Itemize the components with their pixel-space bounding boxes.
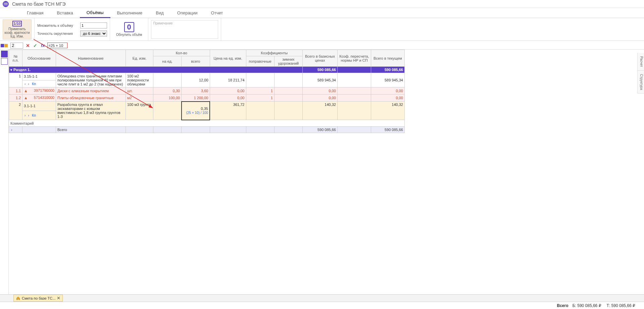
chevron-right-icon[interactable]: › (24, 82, 26, 86)
title-bar: Смета по базе ТСН МГЭ (0, 0, 644, 8)
tab-structure[interactable]: Структура (638, 71, 644, 94)
header-price[interactable]: Цена на ед. изм. (210, 50, 246, 67)
ribbon: 1/10 Применить коэф. кратности Ед. Изм. … (0, 18, 644, 41)
chevron-right-icon[interactable]: › (27, 114, 30, 117)
multiplier-label: Множитель к объёму (37, 23, 78, 27)
status-bar: Всего Б: 590 085,66 ₽ Т: 590 085,66 ₽ (0, 302, 644, 309)
app-icon (3, 1, 9, 7)
svg-rect-0 (4, 3, 8, 5)
multiplier-input[interactable] (80, 22, 107, 28)
view-icon-1[interactable] (1, 51, 8, 57)
menu-bar: Главная Вставка Объёмы Выполнение Вид Оп… (0, 8, 644, 18)
menu-insert[interactable]: Вставка (50, 8, 80, 17)
header-num[interactable]: № п.п. (9, 50, 22, 67)
header-unit[interactable]: Ед. изм. (126, 50, 153, 67)
header-qty-group[interactable]: Кол-во (153, 50, 210, 56)
fx-icon[interactable]: fx (41, 43, 45, 48)
left-icon-strip (0, 50, 9, 295)
warning-icon: ▲ (24, 88, 28, 93)
section-row[interactable]: ▾Раздел 1. 590 085,66 590 085,66 (9, 67, 405, 73)
note-field[interactable]: Примечание (151, 20, 218, 39)
fraction-icon: 1/10 (12, 21, 22, 26)
grid[interactable]: № п.п. Обоснование Наименование Ед. изм.… (9, 50, 644, 295)
chevron-down-icon[interactable]: ▾ (10, 68, 12, 72)
apply-coef-button[interactable]: 1/10 Применить коэф. кратности Ед. Изм. (3, 19, 32, 40)
menu-operations[interactable]: Операции (170, 8, 204, 17)
close-icon[interactable]: ✕ (57, 296, 60, 301)
header-qty-total[interactable]: всего (182, 56, 210, 67)
zero-label: Обнулить объём (116, 33, 142, 37)
tab-calculation[interactable]: Расчет (638, 53, 644, 71)
confirm-icon[interactable]: ✓ (32, 43, 38, 48)
layout-icon-2[interactable] (4, 44, 8, 47)
document-tab[interactable]: Смета по базе ТС... ✕ (13, 295, 63, 302)
chevron-right-icon[interactable]: › (24, 114, 26, 117)
cancel-icon[interactable]: ✕ (25, 43, 31, 48)
table-row-selected[interactable]: 2 3.1-1-1 Разработка грунта в отвал экск… (9, 102, 405, 111)
header-qty-unit[interactable]: на ед. (153, 56, 182, 67)
menu-report[interactable]: Отчет (204, 8, 230, 17)
total-row[interactable]: › Всего 590 085,66 590 085,66 (9, 126, 405, 133)
comment-row[interactable]: Комментарий (9, 120, 405, 127)
menu-main[interactable]: Главная (20, 8, 50, 17)
view-icon-2[interactable] (1, 58, 8, 65)
document-tabs: Смета по базе ТС... ✕ (0, 294, 644, 302)
header-coef-corr[interactable]: поправочные (246, 56, 274, 67)
status-base-value: Б: 590 085,66 ₽ (573, 303, 601, 308)
apply-coef-label: Применить коэф. кратности Ед. Изм. (4, 27, 30, 38)
header-coef-group[interactable]: Коэффициенты (246, 50, 303, 56)
zero-icon: 0 (124, 22, 134, 32)
app-title: Смета по базе ТСН МГЭ (12, 1, 65, 7)
header-base[interactable]: Всего в базисных ценах (303, 50, 338, 67)
rounding-select[interactable]: до 6 знаков (80, 30, 107, 37)
right-tabs: Расчет Структура (637, 53, 644, 94)
formula-bar: ✕ ✓ fx (0, 42, 644, 50)
chevron-right-icon[interactable]: › (10, 128, 13, 132)
chevron-right-icon[interactable]: › (27, 82, 30, 86)
layout-icon-1[interactable] (1, 44, 4, 47)
zero-volume-button[interactable]: 0 Обнулить объём (113, 21, 145, 37)
formula-cell[interactable]: 0,35 (25 + 10) / 100 (182, 102, 210, 120)
menu-volumes[interactable]: Объёмы (80, 8, 110, 18)
status-total-label: Всего (557, 303, 568, 308)
table-row[interactable]: 1.1 ▲ 3971790000 Диски с алмазным покрыт… (9, 87, 405, 95)
header-norm[interactable]: Коэф. пересчета, нормы НР и СП (338, 50, 371, 67)
menu-view[interactable]: Вид (149, 8, 170, 17)
table-row[interactable]: 1.2 ▲ 5714310000 Плиты облицовочные гран… (9, 95, 405, 102)
warning-icon: ▲ (24, 96, 28, 100)
row-number-input[interactable] (10, 43, 23, 49)
header-name[interactable]: Наименование (56, 50, 126, 67)
table-row[interactable]: 1 3.15-1-1 Облицовка стен гранитными пли… (9, 73, 405, 80)
header-basis[interactable]: Обоснование (22, 50, 56, 67)
formula-input[interactable] (47, 43, 67, 48)
status-current-value: Т: 590 085,66 ₽ (607, 303, 635, 308)
header-curr[interactable]: Всего в текущем (371, 50, 405, 67)
home-icon (16, 296, 20, 300)
header-coef-winter[interactable]: зимних удорожаний (274, 56, 302, 67)
menu-execution[interactable]: Выполнение (110, 8, 149, 17)
rounding-label: Точность округления (37, 32, 78, 36)
